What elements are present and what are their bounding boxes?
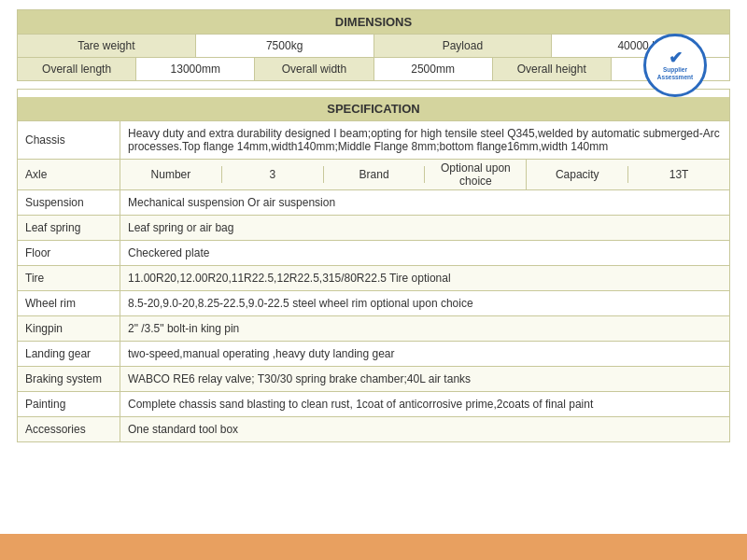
spec-row-braking-system: Braking system WABCO RE6 relay valve; T3… [18, 367, 729, 392]
braking-system-value: WABCO RE6 relay valve; T30/30 spring bra… [120, 367, 729, 391]
spec-row-landing-gear: Landing gear two-speed,manual operating … [18, 342, 729, 367]
payload-label: Payload [374, 35, 553, 57]
specification-table: SPECIFICATION Chassis Heavy duty and ext… [17, 89, 730, 442]
axle-brand-value: Optional upon choice [425, 160, 527, 189]
tire-label: Tire [18, 266, 120, 290]
axle-inner: Number 3 Brand Optional upon choice Capa… [120, 160, 729, 189]
braking-system-label: Braking system [18, 367, 120, 391]
axle-brand-label: Brand [324, 166, 426, 183]
dimensions-header: DIMENSIONS [18, 10, 729, 35]
main-content: DIMENSIONS Tare weight 7500kg Payload 40… [0, 0, 747, 534]
overall-length-label: Overall length [18, 58, 136, 80]
accessories-value: One standard tool box [120, 417, 729, 441]
landing-gear-value: two-speed,manual operating ,heavy duty l… [120, 342, 729, 366]
spec-row-kingpin: Kingpin 2" /3.5" bolt-in king pin [18, 316, 729, 342]
floor-label: Floor [18, 241, 120, 265]
painting-label: Painting [18, 392, 120, 416]
landing-gear-label: Landing gear [18, 342, 120, 366]
suspension-value: Mechanical suspension Or air suspension [120, 190, 729, 215]
page-wrapper: DIMENSIONS Tare weight 7500kg Payload 40… [0, 0, 747, 560]
bottom-bar [0, 534, 747, 560]
axle-number-label: Number [120, 166, 222, 183]
chassis-label: Chassis [18, 121, 120, 159]
kingpin-label: Kingpin [18, 316, 120, 341]
axle-number-value: 3 [222, 166, 324, 183]
axle-value: Number 3 Brand Optional upon choice Capa… [120, 160, 729, 189]
spec-row-axle: Axle Number 3 Brand Optional upon choice… [18, 160, 729, 190]
badge-text: SupplierAssessment [657, 66, 693, 82]
tire-value: 11.00R20,12.00R20,11R22.5,12R22.5,315/80… [120, 266, 729, 290]
axle-capacity-label: Capacity [527, 166, 628, 183]
leaf-spring-value: Leaf spring or air bag [120, 216, 729, 240]
painting-value: Complete chassis sand blasting to clean … [120, 392, 729, 416]
overall-length-value: 13000mm [136, 58, 255, 80]
spec-row-wheel-rim: Wheel rim 8.5-20,9.0-20,8.25-22.5,9.0-22… [18, 291, 729, 316]
wheel-rim-label: Wheel rim [18, 291, 120, 315]
axle-label: Axle [18, 160, 120, 189]
wheel-rim-value: 8.5-20,9.0-20,8.25-22.5,9.0-22.5 steel w… [120, 291, 729, 315]
overall-height-label: Overall height [493, 58, 612, 80]
accessories-label: Accessories [18, 417, 120, 441]
suspension-label: Suspension [18, 190, 120, 215]
tare-weight-value: 7500kg [196, 35, 374, 57]
leaf-spring-label: Leaf spring [18, 216, 120, 240]
spec-row-floor: Floor Checkered plate [18, 241, 729, 266]
spec-row-chassis: Chassis Heavy duty and extra durability … [18, 121, 729, 160]
dimensions-table: DIMENSIONS Tare weight 7500kg Payload 40… [17, 9, 730, 81]
kingpin-value: 2" /3.5" bolt-in king pin [120, 316, 729, 341]
overall-width-label: Overall width [255, 58, 374, 80]
tare-weight-label: Tare weight [18, 35, 196, 57]
dimensions-row2: Overall length 13000mm Overall width 250… [18, 58, 729, 80]
spec-row-painting: Painting Complete chassis sand blasting … [18, 392, 729, 417]
dimensions-row1: Tare weight 7500kg Payload 40000 kg [18, 35, 729, 58]
specification-header: SPECIFICATION [18, 97, 729, 121]
check-icon: ✔ [669, 49, 683, 66]
spec-row-accessories: Accessories One standard tool box [18, 417, 729, 441]
chassis-value: Heavy duty and extra durability designed… [120, 121, 729, 159]
spec-row-leaf-spring: Leaf spring Leaf spring or air bag [18, 216, 729, 241]
spec-row-suspension: Suspension Mechanical suspension Or air … [18, 190, 729, 216]
axle-capacity-value: 13T [628, 166, 729, 183]
overall-width-value: 2500mm [374, 58, 493, 80]
supplier-badge: ✔ SupplierAssessment [643, 34, 707, 97]
floor-value: Checkered plate [120, 241, 729, 265]
badge-inner: ✔ SupplierAssessment [657, 49, 693, 82]
spec-row-tire: Tire 11.00R20,12.00R20,11R22.5,12R22.5,3… [18, 266, 729, 291]
